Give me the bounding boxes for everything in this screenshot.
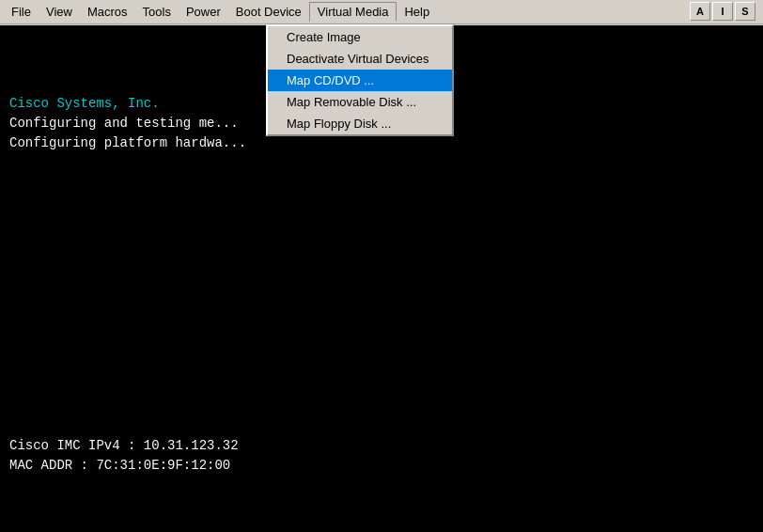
term-configuring-platform: Configuring platform hardwa... xyxy=(9,133,754,153)
menu-deactivate-virtual-devices[interactable]: Deactivate Virtual Devices xyxy=(268,48,452,70)
menu-help[interactable]: Help xyxy=(397,3,437,21)
menu-virtual-media[interactable]: Virtual Media xyxy=(309,2,397,22)
menu-macros[interactable]: Macros xyxy=(80,3,135,21)
virtual-media-dropdown: Create Image Deactivate Virtual Devices … xyxy=(266,24,454,136)
menu-create-image[interactable]: Create Image xyxy=(268,26,452,48)
toolbar-btn-a[interactable]: A xyxy=(690,2,710,21)
menu-power[interactable]: Power xyxy=(179,3,228,21)
menu-view[interactable]: View xyxy=(39,3,80,21)
menubar: File View Macros Tools Power Boot Device… xyxy=(0,0,763,24)
menu-map-removable-disk[interactable]: Map Removable Disk ... xyxy=(268,91,452,113)
menu-tools[interactable]: Tools xyxy=(135,3,179,21)
menu-file[interactable]: File xyxy=(4,3,39,21)
toolbar-btn-s[interactable]: S xyxy=(735,2,755,21)
term-imc-ipv4: Cisco IMC IPv4 : 10.31.123.32 xyxy=(9,436,239,456)
menu-boot-device[interactable]: Boot Device xyxy=(228,3,309,21)
toolbar-btn-i[interactable]: I xyxy=(712,2,733,21)
menu-map-cddvd[interactable]: Map CD/DVD ... xyxy=(268,70,452,91)
menu-map-floppy-disk[interactable]: Map Floppy Disk ... xyxy=(268,113,452,134)
toolbar: A I S xyxy=(690,2,755,21)
term-mac-addr: MAC ADDR : 7C:31:0E:9F:12:00 xyxy=(9,456,239,476)
